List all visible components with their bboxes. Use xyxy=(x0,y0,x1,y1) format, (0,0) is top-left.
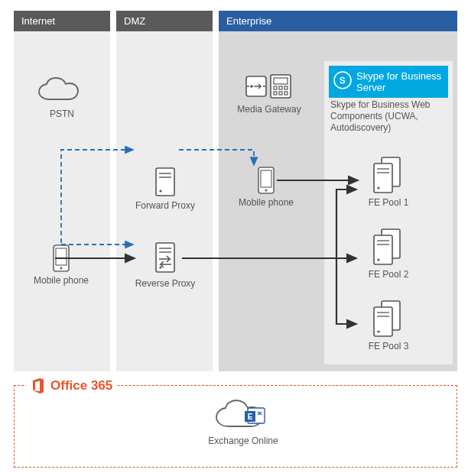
exchange-online-label: Exchange Online xyxy=(197,436,289,446)
node-mobile-external: Mobile phone xyxy=(31,244,92,286)
sfb-subtitle: Skype for Business Web Components (UCWA,… xyxy=(330,99,445,134)
server-pair-icon xyxy=(369,228,408,266)
zone-internet-header: Internet xyxy=(14,11,110,31)
forward-proxy-label: Forward Proxy xyxy=(132,200,199,211)
mobile-external-label: Mobile phone xyxy=(31,275,92,286)
media-gateway-label: Media Gateway xyxy=(231,104,307,115)
node-fe-pool-3: FE Pool 3 xyxy=(358,300,419,351)
node-exchange-online: E Exchange Online xyxy=(197,397,289,446)
fe-pool-3-label: FE Pool 3 xyxy=(358,341,419,351)
svg-point-11 xyxy=(159,266,161,268)
svg-point-3 xyxy=(60,267,62,269)
fe-pool-2-label: FE Pool 2 xyxy=(358,269,419,280)
cloud-exchange-icon: E xyxy=(213,397,274,432)
node-fe-pool-1: FE Pool 1 xyxy=(358,156,419,208)
svg-point-7 xyxy=(159,189,161,192)
node-forward-proxy: Forward Proxy xyxy=(132,167,199,211)
node-reverse-proxy: Reverse Proxy xyxy=(132,241,199,289)
node-media-gateway: Media Gateway xyxy=(231,72,307,115)
node-mobile-internal: Mobile phone xyxy=(236,167,297,208)
skype-icon xyxy=(333,71,352,89)
media-gateway-icon xyxy=(245,72,294,101)
office365-text: Office 365 xyxy=(50,378,112,393)
server-arrows-icon xyxy=(150,241,180,275)
svg-point-28 xyxy=(377,186,379,189)
office365-label: Office 365 xyxy=(26,377,117,394)
zone-internet: Internet xyxy=(14,11,110,371)
sfb-badge: Skype for Business Server xyxy=(329,66,448,98)
mobile-phone-icon xyxy=(53,244,70,272)
zone-dmz-header: DMZ xyxy=(116,11,213,31)
svg-text:E: E xyxy=(248,413,253,421)
svg-rect-35 xyxy=(374,307,392,336)
svg-rect-4 xyxy=(156,168,174,196)
mobile-internal-label: Mobile phone xyxy=(236,197,297,208)
server-pair-icon xyxy=(369,156,408,194)
fe-pool-1-label: FE Pool 1 xyxy=(358,197,419,208)
svg-point-33 xyxy=(377,258,379,261)
pstn-label: PSTN xyxy=(35,108,89,119)
svg-rect-25 xyxy=(374,164,392,193)
node-fe-pool-2: FE Pool 2 xyxy=(358,228,419,280)
zone-enterprise-header: Enterprise xyxy=(219,11,457,31)
svg-rect-30 xyxy=(374,235,392,264)
server-pair-icon xyxy=(369,300,408,338)
sfb-title-line2: Server xyxy=(356,82,385,93)
sfb-title-line1: Skype for Business xyxy=(356,70,441,82)
svg-rect-8 xyxy=(156,243,174,272)
office-icon xyxy=(31,377,46,394)
server-icon xyxy=(153,167,177,197)
cloud-icon xyxy=(35,76,81,105)
svg-point-23 xyxy=(265,189,267,191)
reverse-proxy-label: Reverse Proxy xyxy=(132,278,199,289)
mobile-phone-icon xyxy=(258,167,275,194)
svg-point-38 xyxy=(377,330,379,332)
node-pstn: PSTN xyxy=(35,76,89,119)
